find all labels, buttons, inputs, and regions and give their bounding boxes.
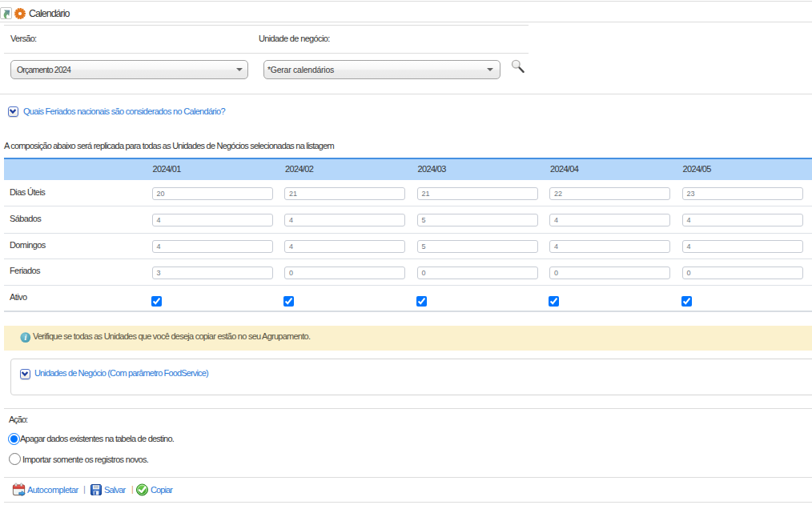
- svg-text:i: i: [24, 333, 26, 342]
